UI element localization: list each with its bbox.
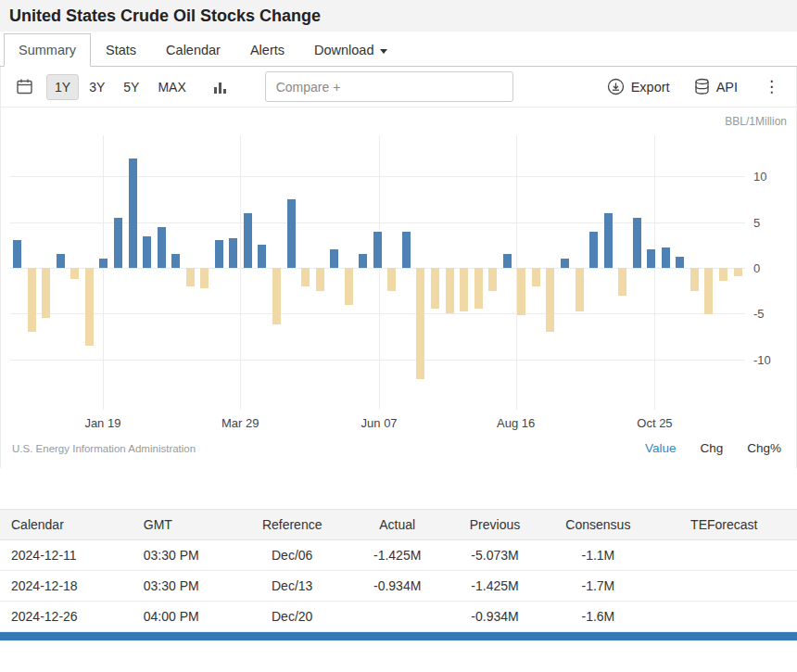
y-tick-label: -10 xyxy=(753,352,771,366)
table-cell: -0.934M xyxy=(445,602,545,632)
column-header-calendar: Calendar xyxy=(0,510,133,540)
chart-bar xyxy=(373,232,382,268)
chart-bar xyxy=(215,240,223,268)
page-title: United States Crude Oil Stocks Change xyxy=(9,6,788,26)
tab-stats[interactable]: Stats xyxy=(91,33,151,67)
column-header-teforecast: TEForecast xyxy=(652,510,797,540)
next-section-header-partial xyxy=(0,632,797,640)
table-cell: 04:00 PM xyxy=(133,602,234,632)
chart-bar xyxy=(42,268,50,318)
chart-bar xyxy=(129,158,137,268)
tab-download[interactable]: Download xyxy=(299,33,402,67)
mode-switcher: ValueChgChg% xyxy=(645,441,785,455)
table-cell: 2024-12-11 xyxy=(0,540,133,571)
chart-bar xyxy=(676,257,684,268)
chart-bar xyxy=(474,268,483,309)
range-button-max[interactable]: MAX xyxy=(149,74,194,100)
chart-bar xyxy=(561,259,569,268)
table-cell xyxy=(652,540,797,571)
chart-bar xyxy=(301,268,310,286)
x-tick-label: Aug 16 xyxy=(497,416,535,430)
api-label: API xyxy=(716,80,738,95)
column-header-consensus: Consensus xyxy=(545,510,651,540)
chart-bar xyxy=(28,268,36,332)
y-tick-label: 5 xyxy=(753,215,760,229)
table-cell: -5.073M xyxy=(445,540,545,571)
chart-bar xyxy=(416,268,424,379)
x-tick-label: Jun 07 xyxy=(361,416,398,430)
export-button[interactable]: Export xyxy=(598,72,679,101)
export-label: Export xyxy=(631,80,670,95)
table-cell: -1.425M xyxy=(445,571,545,602)
chart-bar xyxy=(57,254,65,268)
chart-bar xyxy=(647,249,655,268)
v-gridline xyxy=(103,135,104,410)
chart-bar xyxy=(114,218,122,268)
h-gridline xyxy=(10,360,745,361)
chart-bar xyxy=(633,218,641,268)
table-cell xyxy=(652,571,797,602)
plot-outer: 1050-5-10 xyxy=(10,135,745,410)
table-cell: -1.6M xyxy=(545,602,651,632)
v-gridline xyxy=(654,135,655,410)
tab-calendar[interactable]: Calendar xyxy=(151,33,235,67)
column-header-actual: Actual xyxy=(350,510,445,540)
table-cell: 03:30 PM xyxy=(133,540,234,571)
chart-bar xyxy=(431,268,439,309)
header-row: CalendarGMTReferenceActualPreviousConsen… xyxy=(0,510,797,540)
chart-unit-label: BBL/1Million xyxy=(10,115,787,128)
h-gridline xyxy=(10,176,745,177)
table-cell: -1.1M xyxy=(545,540,651,571)
chart-bar xyxy=(143,236,151,269)
range-button-1y[interactable]: 1Y xyxy=(46,74,79,100)
v-gridline xyxy=(240,135,241,410)
mode-chg[interactable]: Chg xyxy=(700,441,723,455)
table-cell: Dec/20 xyxy=(234,602,350,632)
chart-bar xyxy=(517,268,525,315)
chart-footer: U.S. Energy Information Administration V… xyxy=(10,437,787,468)
mode-chgpct[interactable]: Chg% xyxy=(747,441,781,455)
chart-y-axis: 1050-5-10 xyxy=(745,135,787,410)
chart-x-axis: Jan 19Mar 29Jun 07Aug 16Oct 25 xyxy=(10,410,745,437)
table-cell xyxy=(350,602,445,632)
range-button-5y[interactable]: 5Y xyxy=(115,74,147,100)
more-options-kebab-icon[interactable]: ⋮ xyxy=(756,75,787,98)
x-tick-label: Mar 29 xyxy=(221,416,259,430)
chart-bar xyxy=(244,213,252,268)
chart-toolbar: 1Y3Y5YMAX Export API ⋮ xyxy=(1,67,796,108)
chart-bar xyxy=(402,232,411,268)
export-download-icon xyxy=(607,78,625,95)
compare-input[interactable] xyxy=(265,71,513,102)
source-attribution: U.S. Energy Information Administration xyxy=(12,443,196,454)
y-tick-label: -5 xyxy=(753,307,765,321)
chart-bar xyxy=(200,268,209,288)
tab-summary[interactable]: Summary xyxy=(4,33,91,67)
chart-bar xyxy=(446,268,454,313)
column-header-gmt: GMT xyxy=(133,510,234,540)
range-button-3y[interactable]: 3Y xyxy=(81,74,113,100)
chart-bar xyxy=(488,268,497,291)
chart-bar xyxy=(662,247,670,268)
chart-bar xyxy=(719,268,727,281)
table-cell: -1.425M xyxy=(350,540,445,571)
chart-type-button[interactable] xyxy=(208,76,234,98)
chart-bar xyxy=(589,232,598,268)
column-header-previous: Previous xyxy=(445,510,545,540)
bar-chart-icon xyxy=(213,80,228,95)
chart-container: 1Y3Y5YMAX Export API ⋮ BBL/1Milli xyxy=(0,67,797,468)
api-button[interactable]: API xyxy=(685,72,747,101)
date-range-calendar-button[interactable] xyxy=(10,74,39,99)
database-icon xyxy=(694,78,710,95)
chart-plot xyxy=(10,135,745,410)
chart-bar xyxy=(287,199,296,268)
column-header-reference: Reference xyxy=(234,510,350,540)
chart-bar xyxy=(503,254,512,268)
tab-alerts[interactable]: Alerts xyxy=(235,33,299,67)
calendar-table-body: 2024-12-1103:30 PMDec/06-1.425M-5.073M-1… xyxy=(0,540,797,632)
chart-bar xyxy=(359,254,367,268)
h-gridline xyxy=(10,313,745,314)
table-cell: Dec/06 xyxy=(234,540,350,571)
table-cell: -0.934M xyxy=(350,571,445,602)
chart-bar xyxy=(576,268,584,311)
mode-value[interactable]: Value xyxy=(645,441,677,455)
